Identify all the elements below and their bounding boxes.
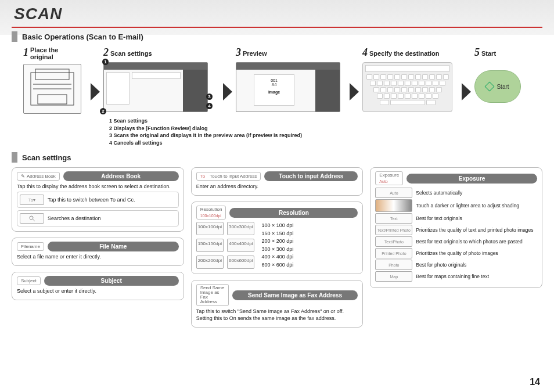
footnote-2: 2 Displays the [Function Review] dialog bbox=[109, 125, 542, 132]
to-cc-button[interactable]: To ▾ bbox=[20, 195, 44, 205]
resolution-title: Resolution bbox=[229, 208, 358, 218]
address-book-chip[interactable]: ✎ Address Book bbox=[17, 172, 60, 181]
step-3-label: 3Preview bbox=[236, 46, 267, 59]
exposure-text-button[interactable]: Text bbox=[375, 213, 412, 224]
resolution-chip[interactable]: Resolution 100x100dpi bbox=[196, 206, 226, 220]
exposure-row: Printed PhotoPrioritizes the quality of … bbox=[375, 248, 537, 258]
step-footnotes: 1 Scan settings 2 Displays the [Function… bbox=[109, 117, 542, 146]
exposure-row: MapBest for maps containing fine text bbox=[375, 271, 537, 282]
printer-icon bbox=[26, 67, 78, 111]
callout-2: 2 bbox=[100, 108, 106, 114]
step-3: 3Preview 001 A4 Image bbox=[236, 46, 346, 112]
section-basic-title: Basic Operations (Scan to E-mail) bbox=[22, 33, 143, 41]
address-book-desc: Tap this to display the address book scr… bbox=[17, 184, 179, 189]
step-4-label: 4Specify the destination bbox=[362, 46, 439, 59]
svg-rect-1 bbox=[35, 69, 69, 80]
exposure-photo-button[interactable]: Photo bbox=[375, 260, 412, 270]
exposure-printed-photo-button[interactable]: Printed Photo bbox=[375, 248, 412, 258]
step-2-thumb bbox=[103, 62, 208, 112]
step-4-thumb bbox=[362, 62, 452, 112]
col-1: ✎ Address Book Address Book Tap this to … bbox=[12, 167, 184, 300]
section-settings-title: Scan settings bbox=[22, 153, 71, 162]
touch-input-chip[interactable]: To Touch to input Address bbox=[196, 172, 261, 181]
address-book-to-row: To ▾ Tap this to switch between To and C… bbox=[17, 192, 179, 208]
resolution-list: 100 × 100 dpi 150 × 150 dpi 200 × 200 dp… bbox=[261, 222, 293, 269]
start-button[interactable]: Start bbox=[474, 70, 521, 103]
svg-rect-2 bbox=[38, 95, 67, 104]
exposure-text-printed-photo-button[interactable]: Text/Printed Photo bbox=[375, 225, 412, 235]
res-btn[interactable]: 600x600dpi bbox=[227, 256, 254, 269]
card-touch-input: To Touch to input Address Touch to input… bbox=[191, 167, 364, 196]
exposure-map-button[interactable]: Map bbox=[375, 271, 412, 282]
step-5-label: 5Start bbox=[474, 46, 496, 59]
section-settings-heading: Scan settings bbox=[12, 152, 542, 163]
address-book-title: Address Book bbox=[63, 171, 179, 181]
card-resolution: Resolution 100x100dpi Resolution 100x100… bbox=[191, 202, 364, 274]
section-marker bbox=[12, 152, 17, 163]
send-fax-chip[interactable]: Send Same Image as Fax Address bbox=[196, 284, 229, 306]
page-number: 14 bbox=[530, 377, 540, 387]
file-name-chip[interactable]: Filename bbox=[17, 242, 44, 251]
exposure-row: AutoSelects automatically bbox=[375, 188, 537, 198]
step-5: 5Start Start bbox=[474, 46, 527, 103]
touch-input-desc: Enter an address directory. bbox=[196, 184, 358, 189]
footnote-4: 4 Cancels all settings bbox=[109, 139, 542, 147]
exposure-row: Text/Printed PhotoPrioritizes the qualit… bbox=[375, 225, 537, 235]
res-btn[interactable]: 300x300dpi bbox=[227, 222, 254, 235]
step-3-thumb: 001 A4 Image bbox=[236, 62, 340, 112]
step-1: 1Place the original bbox=[23, 46, 87, 114]
title-rule bbox=[12, 27, 542, 28]
file-name-desc: Select a file name or enter it directly. bbox=[17, 254, 179, 260]
card-subject: Subject Subject Select a subject or ente… bbox=[12, 272, 184, 300]
svg-point-5 bbox=[30, 216, 33, 220]
exposure-chip[interactable]: Exposure Auto bbox=[375, 171, 403, 185]
page-title: SCAN bbox=[14, 6, 542, 22]
exposure-title: Exposure bbox=[406, 174, 537, 184]
res-btn[interactable]: 200x200dpi bbox=[196, 256, 224, 269]
callout-1: 1 bbox=[102, 59, 109, 65]
start-button-label: Start bbox=[497, 84, 509, 90]
touch-input-title: Touch to input Address bbox=[264, 171, 358, 181]
res-btn[interactable]: 400x400dpi bbox=[227, 239, 254, 252]
exposure-slider[interactable] bbox=[375, 199, 412, 212]
subject-desc: Select a subject or enter it directly. bbox=[17, 288, 179, 294]
file-name-title: File Name bbox=[48, 242, 179, 251]
callout-3: 3 bbox=[206, 93, 213, 100]
section-basic-heading: Basic Operations (Scan to E-mail) bbox=[12, 31, 542, 42]
res-btn[interactable]: 150x150dpi bbox=[196, 239, 224, 252]
card-address-book: ✎ Address Book Address Book Tap this to … bbox=[12, 167, 184, 232]
col-2: To Touch to input Address Touch to input… bbox=[191, 167, 364, 328]
section-marker bbox=[12, 31, 17, 42]
exposure-auto-button[interactable]: Auto bbox=[375, 188, 412, 198]
step-4: 4Specify the destination bbox=[362, 46, 458, 112]
address-book-search-row: Searches a destination bbox=[17, 210, 179, 226]
exposure-row: PhotoBest for photo originals bbox=[375, 260, 537, 270]
footnote-1: 1 Scan settings bbox=[109, 117, 542, 125]
send-fax-desc2: Setting this to On sends the same image … bbox=[196, 315, 358, 321]
step-2-label: 2Scan settings bbox=[103, 46, 152, 59]
svg-line-6 bbox=[33, 220, 35, 221]
arrow-icon bbox=[462, 83, 471, 100]
callout-4: 4 bbox=[206, 103, 213, 109]
card-send-fax: Send Same Image as Fax Address Send Same… bbox=[191, 280, 364, 328]
steps-row: 1Place the original 2Scan settings 1 2 3… bbox=[23, 46, 542, 114]
settings-columns: ✎ Address Book Address Book Tap this to … bbox=[12, 167, 542, 328]
step-1-thumb bbox=[23, 64, 81, 114]
footnote-3: 3 Scans the original and displays it in … bbox=[109, 132, 542, 139]
exposure-row: TextBest for text originals bbox=[375, 213, 537, 224]
exposure-row: Text/PhotoBest for text originals to whi… bbox=[375, 236, 537, 247]
subject-chip[interactable]: Subject bbox=[17, 276, 41, 285]
search-button[interactable] bbox=[20, 213, 44, 224]
send-fax-desc1: Tap this to switch "Send Same Image as F… bbox=[196, 308, 358, 314]
arrow-icon bbox=[91, 83, 100, 100]
to-cc-desc: Tap this to switch between To and Cc. bbox=[48, 197, 135, 203]
subject-title: Subject bbox=[44, 276, 179, 286]
page: SCAN Basic Operations (Scan to E-mail) 1… bbox=[0, 0, 554, 392]
res-btn[interactable]: 100x100dpi bbox=[196, 222, 224, 235]
arrow-icon bbox=[223, 83, 232, 100]
step-2: 2Scan settings 1 2 3 4 bbox=[103, 46, 220, 112]
arrow-icon bbox=[350, 83, 359, 100]
search-desc: Searches a destination bbox=[48, 215, 101, 221]
exposure-text-photo-button[interactable]: Text/Photo bbox=[375, 236, 412, 247]
resolution-buttons: 100x100dpi 300x300dpi 150x150dpi 400x400… bbox=[196, 222, 255, 269]
